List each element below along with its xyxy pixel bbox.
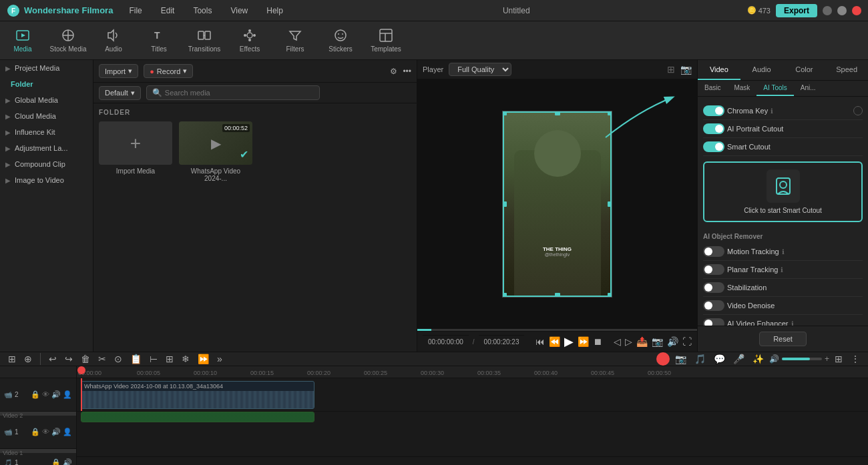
- ai-video-enhancer-toggle[interactable]: [703, 318, 724, 326]
- toolbar-templates[interactable]: Templates: [363, 21, 409, 60]
- reset-button[interactable]: Reset: [759, 332, 807, 346]
- sidebar-item-compound-clip[interactable]: ▶ Compound Clip: [0, 156, 93, 172]
- group-button[interactable]: ⊞: [163, 352, 176, 366]
- smart-cutout-toggle[interactable]: [703, 141, 724, 152]
- search-input[interactable]: [165, 89, 314, 97]
- video-clip-main[interactable]: WhatsApp Video 2024-10-08 at 10.13.08_34…: [81, 381, 314, 409]
- selection-handle-br[interactable]: [608, 293, 612, 298]
- stabilization-toggle[interactable]: [703, 282, 724, 293]
- planar-tracking-toggle[interactable]: [703, 264, 724, 275]
- track-lock-button[interactable]: 🔒: [31, 428, 40, 436]
- player-progress-bar[interactable]: [417, 329, 697, 331]
- sidebar-item-influence-kit[interactable]: ▶ Influence Kit: [0, 124, 93, 140]
- sidebar-item-folder[interactable]: Folder: [0, 76, 93, 92]
- video-thumb[interactable]: ▶ 00:00:52 ✔ WhatsApp Video 2024-...: [179, 121, 252, 182]
- mark-in-button[interactable]: ◁: [614, 336, 621, 347]
- stop-button[interactable]: ⏹: [593, 336, 602, 347]
- menu-help[interactable]: Help: [264, 5, 286, 17]
- volume-button[interactable]: 🔊: [667, 336, 678, 347]
- sidebar-item-cloud-media[interactable]: ▶ Cloud Media: [0, 108, 93, 124]
- minimize-button[interactable]: [823, 6, 832, 15]
- ai-portrait-toggle[interactable]: [703, 123, 724, 134]
- track-mute-button[interactable]: 🔊: [51, 390, 61, 399]
- split-button[interactable]: ⊢: [147, 352, 160, 366]
- selection-handle-tm[interactable]: [555, 111, 560, 115]
- more-button[interactable]: ⋮: [848, 352, 863, 366]
- sub-tab-mask[interactable]: Mask: [727, 81, 756, 96]
- copy-button[interactable]: ⊙: [112, 352, 125, 366]
- track-lock-button[interactable]: 🔒: [31, 390, 40, 399]
- track-solo-button[interactable]: 👤: [63, 428, 72, 436]
- chroma-key-toggle[interactable]: [703, 105, 724, 116]
- play-button[interactable]: ▶: [564, 334, 574, 349]
- sidebar-item-global-media[interactable]: ▶ Global Media: [0, 92, 93, 108]
- track-mute-button[interactable]: 🔊: [51, 428, 61, 436]
- export-frame-button[interactable]: 📤: [636, 336, 648, 347]
- sidebar-item-adjustment-layer[interactable]: ▶ Adjustment La...: [0, 140, 93, 156]
- export-button[interactable]: Export: [776, 4, 817, 17]
- toolbar-filters[interactable]: Filters: [272, 21, 318, 60]
- maximize-button[interactable]: [837, 6, 847, 15]
- undo-button[interactable]: ↩: [46, 352, 59, 366]
- selection-handle-ml[interactable]: [502, 201, 507, 207]
- track-lock-button[interactable]: 🔒: [51, 458, 61, 465]
- delete-button[interactable]: 🗑: [78, 352, 93, 366]
- sub-tab-ani[interactable]: Ani...: [794, 81, 823, 96]
- voice-button[interactable]: 🎤: [730, 352, 747, 366]
- toolbar-media[interactable]: Media: [0, 21, 45, 60]
- camera-button[interactable]: 📷: [672, 352, 689, 366]
- more-icon[interactable]: •••: [403, 67, 411, 76]
- track-mute-button[interactable]: 🔊: [63, 458, 72, 465]
- tab-video[interactable]: Video: [698, 60, 740, 80]
- toolbar-effects[interactable]: Effects: [227, 21, 272, 60]
- menu-view[interactable]: View: [228, 5, 250, 17]
- menu-file[interactable]: File: [126, 5, 144, 17]
- menu-edit[interactable]: Edit: [158, 5, 178, 17]
- video-denoise-toggle[interactable]: [703, 300, 724, 311]
- default-dropdown[interactable]: Default ▾: [99, 86, 141, 100]
- mark-out-button[interactable]: ▷: [625, 336, 632, 347]
- track-hide-button[interactable]: 👁: [42, 390, 49, 399]
- timeline-snap-button[interactable]: ⊞: [5, 352, 19, 366]
- screenshot-icon[interactable]: 📷: [680, 64, 692, 75]
- selection-handle-bl[interactable]: [502, 293, 507, 298]
- tab-color[interactable]: Color: [783, 60, 826, 80]
- selection-handle-mr[interactable]: [608, 201, 612, 207]
- menu-tools[interactable]: Tools: [190, 5, 214, 17]
- toolbar-stock-media[interactable]: Stock Media: [45, 21, 91, 60]
- back-step-button[interactable]: ⏪: [549, 336, 560, 347]
- chroma-key-radio[interactable]: [853, 106, 863, 115]
- speed-button[interactable]: ⏩: [195, 352, 212, 366]
- filter-icon[interactable]: ⚙: [390, 67, 397, 76]
- screenshot-button[interactable]: 📷: [652, 336, 663, 347]
- quality-select[interactable]: Full Quality: [449, 63, 511, 76]
- import-media-thumb[interactable]: + Import Media: [99, 121, 172, 182]
- track-solo-button[interactable]: 👤: [63, 390, 72, 399]
- toolbar-stickers[interactable]: Stickers: [318, 21, 363, 60]
- prev-frame-button[interactable]: ⏮: [535, 336, 545, 347]
- audio-extract-button[interactable]: 🎵: [692, 352, 708, 366]
- toolbar-audio[interactable]: Audio: [91, 21, 136, 60]
- cut-button[interactable]: ✂: [95, 352, 109, 366]
- subtitle-button[interactable]: 💬: [711, 352, 728, 366]
- playhead[interactable]: [81, 378, 82, 411]
- freeze-button[interactable]: ❄: [179, 352, 192, 366]
- timeline-magnet-button[interactable]: ⊕: [21, 352, 35, 366]
- layout-button[interactable]: ⊞: [832, 352, 845, 366]
- track-hide-button[interactable]: 👁: [42, 428, 49, 436]
- tab-speed[interactable]: Speed: [825, 60, 868, 80]
- smart-cutout-box[interactable]: Click to start Smart Cutout: [703, 161, 863, 222]
- sub-tab-ai-tools[interactable]: AI Tools: [756, 81, 793, 96]
- more-tools-button[interactable]: »: [214, 352, 225, 366]
- selection-handle-tl[interactable]: [502, 111, 507, 115]
- effect-button[interactable]: ✨: [750, 352, 767, 366]
- toolbar-transitions[interactable]: Transitions: [182, 21, 227, 60]
- sub-tab-basic[interactable]: Basic: [698, 81, 727, 96]
- paste-button[interactable]: 📋: [128, 352, 144, 366]
- forward-step-button[interactable]: ⏩: [578, 336, 589, 347]
- grid-icon[interactable]: ⊞: [667, 64, 675, 75]
- close-button[interactable]: [852, 6, 861, 15]
- fullscreen-button[interactable]: ⛶: [682, 336, 692, 347]
- redo-button[interactable]: ↪: [62, 352, 75, 366]
- volume-bar[interactable]: [782, 358, 822, 360]
